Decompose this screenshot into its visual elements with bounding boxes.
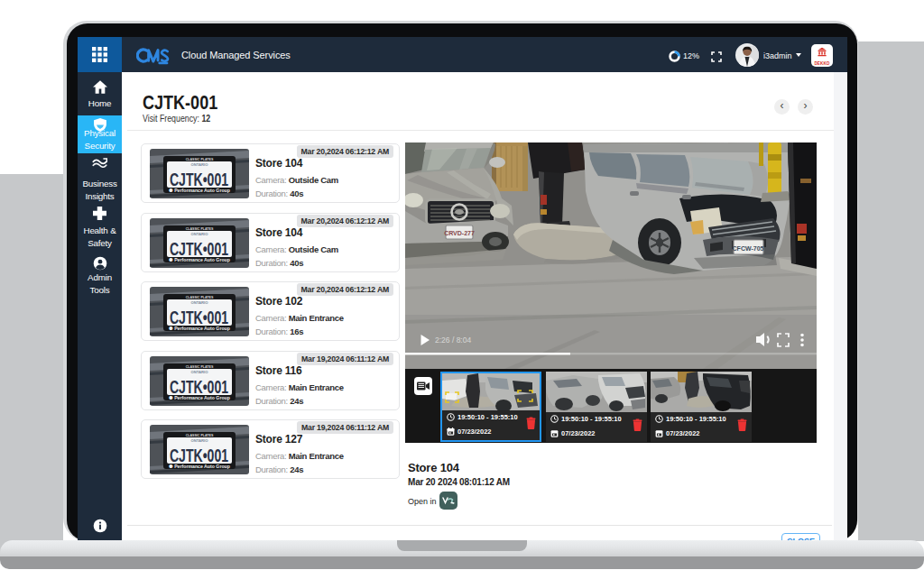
svg-text:CRVD-277: CRVD-277: [444, 230, 475, 236]
svg-text:CFCW-705: CFCW-705: [733, 245, 764, 252]
svg-text:2:26 / 8:04: 2:26 / 8:04: [435, 336, 471, 345]
